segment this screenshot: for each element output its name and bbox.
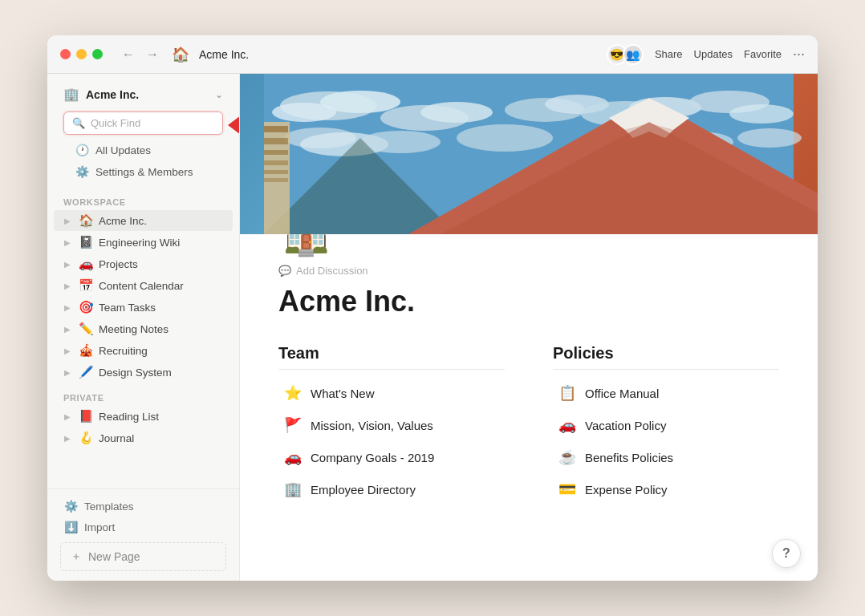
forward-button[interactable]: → xyxy=(143,46,162,63)
avatar-2: 👥 xyxy=(623,44,644,65)
team-list-item[interactable]: 🏢 Employee Directory xyxy=(278,474,505,505)
templates-label: Templates xyxy=(84,500,134,513)
svg-point-11 xyxy=(729,104,794,124)
team-list: ⭐ What's New 🚩 Mission, Vision, Values 🚗… xyxy=(278,378,505,505)
policies-list-item[interactable]: ☕ Benefits Policies xyxy=(553,442,779,472)
chevron-down-icon: ⌄ xyxy=(215,89,223,100)
new-page-item[interactable]: ＋ New Page xyxy=(60,542,226,571)
tree-icon: 🪝 xyxy=(78,431,94,445)
svg-point-3 xyxy=(272,103,336,122)
help-button[interactable]: ? xyxy=(772,539,801,568)
quick-find-placeholder: Quick Find xyxy=(91,117,214,129)
tree-toggle: ▶ xyxy=(62,217,73,225)
list-item-icon: ☕ xyxy=(558,448,577,466)
list-item-icon: 🚩 xyxy=(283,416,303,434)
team-list-item[interactable]: 🚩 Mission, Vision, Values xyxy=(278,410,505,440)
list-item-label: Company Goals - 2019 xyxy=(311,451,434,464)
tree-label: Projects xyxy=(99,258,221,270)
hero-banner xyxy=(240,74,818,234)
sidebar-item-import[interactable]: ⬇️ Import xyxy=(54,517,233,537)
policies-list-item[interactable]: 📋 Office Manual xyxy=(553,378,779,408)
tree-toggle: ▶ xyxy=(62,282,73,290)
tree-icon: 📕 xyxy=(78,409,94,424)
tree-label: Engineering Wiki xyxy=(99,237,221,249)
gear-icon: ⚙️ xyxy=(75,165,89,178)
sidebar-item-all-updates[interactable]: 🕐 All Updates xyxy=(63,140,223,160)
sidebar-item-team-tasks[interactable]: ▶ 🎯 Team Tasks xyxy=(54,297,233,318)
list-item-label: Mission, Vision, Values xyxy=(311,419,433,432)
tree-toggle: ▶ xyxy=(62,368,73,377)
team-list-item[interactable]: 🚗 Company Goals - 2019 xyxy=(278,442,505,472)
arrow-annotation xyxy=(228,116,240,135)
list-item-label: What's New xyxy=(311,387,375,400)
sidebar-item-projects[interactable]: ▶ 🚗 Projects xyxy=(54,253,233,274)
tree-toggle: ▶ xyxy=(62,303,73,312)
sidebar-item-templates[interactable]: ⚙️ Templates xyxy=(54,496,233,517)
svg-rect-30 xyxy=(264,178,288,182)
quick-find-box[interactable]: 🔍 Quick Find xyxy=(63,111,223,135)
policies-list-item[interactable]: 🚗 Vacation Policy xyxy=(553,410,779,440)
minimize-button[interactable] xyxy=(76,49,87,59)
tree-label: Design System xyxy=(99,367,221,379)
add-discussion[interactable]: 💬 Add Discussion xyxy=(278,265,779,277)
list-item-icon: 🏢 xyxy=(283,480,303,498)
back-button[interactable]: ← xyxy=(119,46,138,63)
close-button[interactable] xyxy=(60,49,71,59)
list-item-label: Benefits Policies xyxy=(585,451,673,464)
sidebar-item-settings[interactable]: ⚙️ Settings & Members xyxy=(63,161,223,182)
import-icon: ⬇️ xyxy=(63,521,78,533)
plus-icon: ＋ xyxy=(71,549,82,564)
sidebar-item-meeting-notes[interactable]: ▶ ✏️ Meeting Notes xyxy=(54,318,233,339)
team-column: Team ⭐ What's New 🚩 Mission, Vision, Val… xyxy=(278,344,505,505)
team-list-item[interactable]: ⭐ What's New xyxy=(278,378,505,408)
sidebar-item-acme-inc.[interactable]: ▶ 🏠 Acme Inc. xyxy=(54,210,233,231)
tree-icon: 🎯 xyxy=(78,300,94,314)
sidebar-item-engineering-wiki[interactable]: ▶ 📓 Engineering Wiki xyxy=(54,232,233,253)
tree-label: Content Calendar xyxy=(99,280,221,292)
tree-label: Reading List xyxy=(99,411,221,423)
favorite-button[interactable]: Favorite xyxy=(744,48,782,60)
nav-buttons: ← → xyxy=(119,46,162,63)
workspace-header[interactable]: 🏢 Acme Inc. ⌄ xyxy=(57,82,229,107)
share-button[interactable]: Share xyxy=(655,48,683,60)
titlebar-actions: 😎 👥 Share Updates Favorite ··· xyxy=(607,44,805,65)
svg-rect-27 xyxy=(264,150,288,155)
templates-icon: ⚙️ xyxy=(63,500,78,513)
tree-toggle: ▶ xyxy=(62,260,73,269)
page-body: 🏠 💬 Add Discussion Acme Inc. Team ⭐ What… xyxy=(240,234,818,581)
tree-icon: 🎪 xyxy=(78,343,94,358)
tree-icon: ✏️ xyxy=(78,322,94,336)
svg-rect-26 xyxy=(264,138,288,144)
list-item-label: Office Manual xyxy=(585,387,659,400)
hero-illustration xyxy=(240,74,818,234)
sidebar-item-design-system[interactable]: ▶ 🖊️ Design System xyxy=(54,362,233,383)
list-item-icon: 🚗 xyxy=(558,416,577,434)
workspace-icon: 🏢 xyxy=(63,87,79,102)
svg-rect-29 xyxy=(264,170,288,174)
sidebar-item-reading-list[interactable]: ▶ 📕 Reading List xyxy=(54,406,233,427)
tree-label: Recruiting xyxy=(99,345,221,357)
policies-list-item[interactable]: 💳 Expense Policy xyxy=(553,474,779,505)
discussion-icon: 💬 xyxy=(278,265,291,277)
tree-icon: 🚗 xyxy=(78,257,94,271)
tree-toggle: ▶ xyxy=(62,412,73,421)
sidebar-bottom: ⚙️ Templates ⬇️ Import ＋ New Page xyxy=(47,488,239,581)
tree-toggle: ▶ xyxy=(62,325,73,334)
list-item-icon: 🚗 xyxy=(283,448,303,466)
policies-column: Policies 📋 Office Manual 🚗 Vacation Poli… xyxy=(553,344,779,505)
svg-rect-25 xyxy=(264,126,288,132)
workspace-section-label: WORKSPACE xyxy=(47,188,239,210)
sidebar-item-content-calendar[interactable]: ▶ 📅 Content Calendar xyxy=(54,275,233,296)
sidebar-item-recruiting[interactable]: ▶ 🎪 Recruiting xyxy=(54,340,233,361)
sidebar-item-journal[interactable]: ▶ 🪝 Journal xyxy=(54,428,233,448)
team-section-title: Team xyxy=(278,344,505,370)
quick-find-wrapper: 🔍 Quick Find xyxy=(57,110,229,140)
private-section-label: PRIVATE xyxy=(47,383,239,406)
tree-label: Acme Inc. xyxy=(99,215,221,227)
updates-button[interactable]: Updates xyxy=(694,48,733,60)
private-items: ▶ 📕 Reading List ▶ 🪝 Journal xyxy=(47,406,239,449)
traffic-lights xyxy=(60,49,103,59)
maximize-button[interactable] xyxy=(92,49,103,59)
workspace-name: Acme Inc. xyxy=(86,88,209,101)
more-button[interactable]: ··· xyxy=(793,46,805,63)
